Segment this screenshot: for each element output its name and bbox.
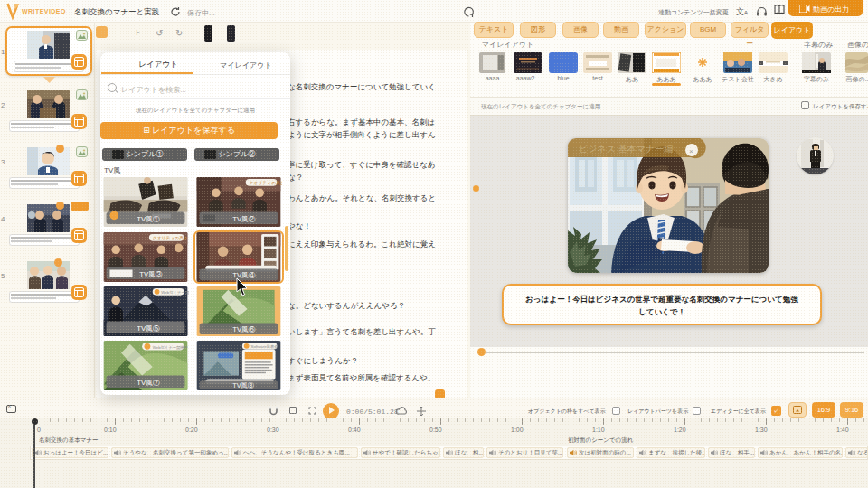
svg-text:TV風②: TV風② xyxy=(232,215,256,223)
svg-text:TV風⑧: TV風⑧ xyxy=(232,381,254,389)
svg-text:×: × xyxy=(689,147,693,155)
svg-text:クオリティの高さ: クオリティの高さ xyxy=(153,235,188,241)
svg-text:TV風③: TV風③ xyxy=(139,270,163,278)
svg-text:ビジネス 基本マナー編: ビジネス 基本マナー編 xyxy=(579,144,673,154)
svg-text:Software発表会: Software発表会 xyxy=(251,344,279,349)
svg-text:TV風⑦: TV風⑦ xyxy=(137,379,160,387)
svg-text:TV風①: TV風① xyxy=(137,215,160,223)
svg-text:クオリティの高さ: クオリティの高さ xyxy=(250,180,282,186)
svg-text:TV風⑤: TV風⑤ xyxy=(137,324,160,333)
svg-text:TV風⑥: TV風⑥ xyxy=(232,325,256,333)
